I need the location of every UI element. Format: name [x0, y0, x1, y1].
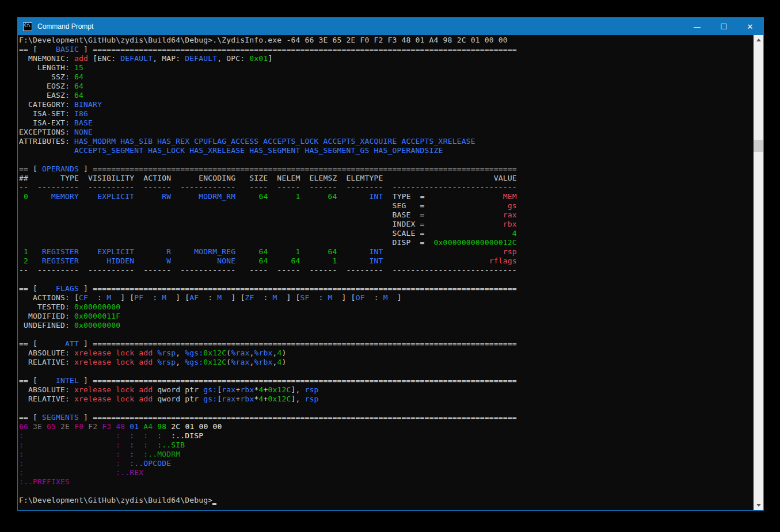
scroll-down-icon: [756, 504, 761, 507]
terminal-line: [19, 275, 752, 284]
window-title: Command Prompt: [37, 22, 93, 30]
terminal-line: 0 MEMORY EXPLICIT RW MODRM_RM 64 1 64 IN…: [19, 192, 752, 201]
window-controls: — ☐ ✕: [684, 18, 763, 35]
close-button[interactable]: ✕: [737, 18, 763, 35]
terminal-line: F:\Development\GitHub\zydis\Build64\Debu…: [19, 36, 752, 45]
terminal-line: [19, 404, 752, 413]
terminal-line: ABSOLUTE: xrelease lock add qword ptr gs…: [19, 385, 752, 395]
terminal-line: MODIFIED: 0x0000011F: [19, 312, 752, 321]
terminal-line: RELATIVE: xrelease lock add qword ptr gs…: [19, 395, 752, 404]
terminal-line: RELATIVE: xrelease lock add %rsp, %gs:0x…: [19, 358, 752, 367]
terminal-line: BASE = rax: [19, 210, 752, 220]
scroll-down-button[interactable]: [754, 500, 763, 510]
terminal-line: DISP = 0x000000000000012C: [19, 238, 752, 247]
terminal-line: 1 REGISTER EXPLICIT R MODRM_REG 64 1 64 …: [19, 247, 752, 257]
terminal-line: : : :..OPCODE: [19, 459, 752, 468]
titlebar[interactable]: C:\ Command Prompt — ☐ ✕: [18, 18, 763, 35]
scroll-up-icon: [756, 39, 761, 41]
terminal-line: -- --------- ---------- ------ ---------…: [19, 183, 752, 192]
terminal-line: 66 3E 65 2E F0 F2 F3 48 01 A4 98 2C 01 0…: [19, 422, 752, 431]
terminal-line: INDEX = rbx: [19, 220, 752, 229]
terminal-line: ATTRIBUTES: HAS_MODRM HAS_SIB HAS_REX CP…: [19, 137, 752, 146]
scroll-up-button[interactable]: [754, 35, 763, 45]
terminal-line: ACCEPTS_SEGMENT HAS_LOCK HAS_XRELEASE HA…: [19, 146, 752, 155]
terminal-line: UNDEFINED: 0x00000000: [19, 321, 752, 330]
terminal-line: EASZ: 64: [19, 91, 752, 100]
terminal-line: -- --------- ---------- ------ ---------…: [19, 266, 752, 275]
terminal-line: ACTIONS: [CF : M ] [PF : M ] [AF : M ] […: [19, 293, 752, 303]
terminal-line: CATEGORY: BINARY: [19, 100, 752, 109]
terminal-line: : : : : : :..DISP: [19, 431, 752, 441]
terminal-window: C:\ Command Prompt — ☐ ✕ F:\Development\…: [17, 17, 764, 511]
maximize-button[interactable]: ☐: [710, 18, 737, 35]
terminal-cursor: [212, 496, 217, 504]
terminal-line: [19, 330, 752, 339]
terminal-line: TESTED: 0x00000000: [19, 303, 752, 312]
terminal-line: ISA-SET: I86: [19, 109, 752, 118]
console[interactable]: F:\Development\GitHub\zydis\Build64\Debu…: [18, 35, 763, 510]
terminal-line: 2 REGISTER HIDDEN W NONE 64 64 1 INT rfl…: [19, 257, 752, 266]
scrollbar[interactable]: [754, 35, 763, 510]
terminal-line: ## TYPE VISIBILITY ACTION ENCODING SIZE …: [19, 174, 752, 183]
terminal-line: [19, 155, 752, 164]
terminal-line: [19, 487, 752, 496]
terminal-line: : :..REX: [19, 468, 752, 477]
terminal-line: : : : :..MODRM: [19, 450, 752, 459]
terminal-line: ABSOLUTE: xrelease lock add %rsp, %gs:0x…: [19, 349, 752, 358]
cmd-icon[interactable]: C:\: [23, 22, 32, 31]
terminal-line: ISA-EXT: BASE: [19, 118, 752, 128]
minimize-button[interactable]: —: [684, 18, 710, 35]
terminal-line: == [ FLAGS ] ===========================…: [19, 284, 752, 293]
terminal-line: :..PREFIXES: [19, 477, 752, 487]
terminal-line: MNEMONIC: add [ENC: DEFAULT, MAP: DEFAUL…: [19, 54, 752, 63]
terminal-line: SCALE = 4: [19, 229, 752, 238]
terminal-line: LENGTH: 15: [19, 63, 752, 72]
scrollbar-thumb[interactable]: [754, 140, 763, 152]
terminal-line: == [ ATT ] =============================…: [19, 339, 752, 349]
console-output[interactable]: F:\Development\GitHub\zydis\Build64\Debu…: [19, 36, 752, 510]
terminal-line: == [ SEGMENTS ] ========================…: [19, 413, 752, 422]
terminal-line: == [ INTEL ] ===========================…: [19, 376, 752, 385]
terminal-line: : : : : :..SIB: [19, 441, 752, 450]
terminal-line: == [ BASIC ] ===========================…: [19, 45, 752, 54]
terminal-line: EOSZ: 64: [19, 82, 752, 91]
terminal-line: SEG = gs: [19, 201, 752, 210]
terminal-line: == [ OPERANDS ] ========================…: [19, 164, 752, 174]
terminal-line: EXCEPTIONS: NONE: [19, 128, 752, 137]
terminal-line: SSZ: 64: [19, 72, 752, 82]
terminal-line: F:\Development\GitHub\zydis\Build64\Debu…: [19, 496, 752, 505]
terminal-line: [19, 367, 752, 376]
